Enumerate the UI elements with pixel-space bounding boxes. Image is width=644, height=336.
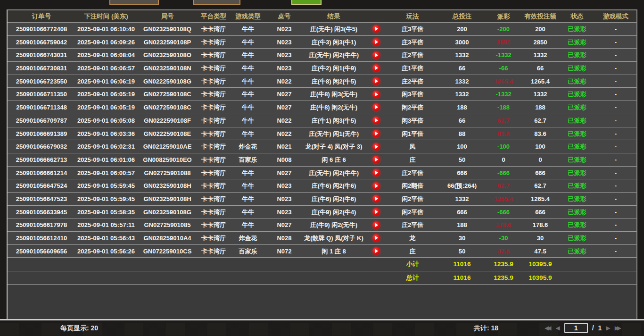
cell-valid_bet: 1332 <box>521 49 559 61</box>
table-row: 2509010667235502025-09-01 06:06:19GN0222… <box>8 75 636 88</box>
cell-status: 已派彩 <box>559 193 595 205</box>
page-number-input[interactable] <box>564 323 588 333</box>
cell-platform: 卡卡湾厅 <box>198 153 229 166</box>
cell-mode: - <box>595 101 636 114</box>
cell-round: GN0272590108C <box>137 88 198 101</box>
replay-play-icon[interactable] <box>366 75 387 88</box>
table-row: 2509010666913892025-09-01 06:03:36GN0222… <box>8 127 636 141</box>
cell-result: 庄(牛9) 闲2(牛4) <box>302 206 366 218</box>
cell-mode: - <box>595 232 636 244</box>
cell-round: GN021259010AE <box>137 140 198 153</box>
tab-stub-1[interactable] <box>109 0 159 5</box>
cell-game: 牛牛 <box>229 36 267 49</box>
cell-valid_bet: 1265.4 <box>521 193 559 205</box>
cell-order: 250901056647523 <box>8 193 75 205</box>
cell-time: 2025-09-01 06:09:26 <box>75 36 137 49</box>
cell-play: 庄3平倍 <box>387 36 438 49</box>
cell-table_no: N023 <box>267 206 302 218</box>
total-payout: 1235.9 <box>486 271 521 285</box>
cell-result: 庄(牛2) 闲1(牛9) <box>302 62 366 75</box>
cell-platform: 卡卡湾厅 <box>198 62 229 75</box>
cell-result: 庄(无牛) 闲3(牛5) <box>302 23 366 35</box>
last-page-icon[interactable]: ▶▶ <box>615 325 621 331</box>
cell-valid_bet: 100 <box>521 140 559 153</box>
cell-payout: -188 <box>486 101 521 114</box>
cell-game: 牛牛 <box>229 23 267 35</box>
replay-play-icon[interactable] <box>366 114 387 127</box>
replay-play-icon[interactable] <box>366 232 387 244</box>
col-header-play: 玩法 <box>387 10 438 22</box>
replay-play-icon[interactable] <box>366 206 387 218</box>
cell-play: 庄2平倍 <box>387 75 438 88</box>
replay-play-icon[interactable] <box>366 179 387 192</box>
cell-game: 牛牛 <box>229 88 267 101</box>
replay-play-icon[interactable] <box>366 193 387 205</box>
replay-play-icon[interactable] <box>366 127 387 140</box>
cell-table_no: N027 <box>267 167 302 179</box>
cell-game: 百家乐 <box>229 245 267 258</box>
cell-result: 庄(牛6) 闲2(牛6) <box>302 193 366 205</box>
cell-payout: 178.6 <box>486 218 521 231</box>
cell-round: GN0232590108Q <box>137 23 198 35</box>
tab-stub-active[interactable] <box>291 0 322 5</box>
col-header-game: 游戏类型 <box>229 10 267 22</box>
replay-play-icon[interactable] <box>366 153 387 166</box>
total-total-bet: 11016 <box>438 271 486 285</box>
cell-order: 250901056647524 <box>8 179 75 192</box>
page-separator: / <box>592 324 594 332</box>
replay-play-icon[interactable] <box>366 101 387 114</box>
cell-valid_bet: 62.7 <box>521 114 559 127</box>
replay-play-icon[interactable] <box>366 62 387 75</box>
cell-order: 250901066759042 <box>8 36 75 49</box>
cell-total_bet: 1332 <box>438 193 486 205</box>
cell-platform: 卡卡湾厅 <box>198 127 229 140</box>
cell-play: 庄3平倍 <box>387 23 438 35</box>
first-page-icon[interactable]: ◀◀ <box>545 325 551 331</box>
replay-play-icon[interactable] <box>366 23 387 35</box>
subtotal-valid-bet: 10395.9 <box>521 258 559 271</box>
col-header-order: 订单号 <box>8 10 75 22</box>
cell-payout: -666 <box>486 206 521 218</box>
cell-time: 2025-09-01 06:10:40 <box>75 23 137 35</box>
cell-total_bet: 50 <box>438 153 486 166</box>
cell-mode: - <box>595 75 636 88</box>
cell-play: 凤 <box>387 140 438 153</box>
cell-mode: - <box>595 179 636 192</box>
table-empty-area <box>8 285 636 319</box>
total-pages-label: 1 <box>598 324 602 332</box>
cell-total_bet: 1332 <box>438 75 486 88</box>
cell-total_bet: 188 <box>438 218 486 231</box>
cell-table_no: N027 <box>267 218 302 231</box>
cell-table_no: N072 <box>267 245 302 258</box>
replay-play-icon[interactable] <box>366 245 387 258</box>
cell-order: 250901056609656 <box>8 245 75 258</box>
replay-play-icon[interactable] <box>366 218 387 231</box>
cell-order: 250901066772408 <box>8 23 75 35</box>
cell-result: 龙(散牌 Q) 凤(对子 K) <box>302 232 366 244</box>
cell-status: 已派彩 <box>559 88 595 101</box>
cell-status: 已派彩 <box>559 218 595 231</box>
prev-page-icon[interactable]: ◀ <box>555 325 560 331</box>
cell-total_bet: 66(预:264) <box>438 179 486 192</box>
cell-table_no: N023 <box>267 36 302 49</box>
cell-table_no: N023 <box>267 179 302 192</box>
table-row: 2509010667308312025-09-01 06:06:57GN0232… <box>8 62 636 75</box>
cell-payout: -200 <box>486 23 521 35</box>
cell-order: 250901066679032 <box>8 140 75 153</box>
cell-table_no: N023 <box>267 62 302 75</box>
table-row: 2509010566124102025-09-01 05:56:43GN0282… <box>8 232 636 245</box>
replay-play-icon[interactable] <box>366 88 387 101</box>
table-row: 2509010566475242025-09-01 05:59:45GN0232… <box>8 179 636 193</box>
cell-game: 牛牛 <box>229 193 267 205</box>
cell-game: 百家乐 <box>229 153 267 166</box>
cell-valid_bet: 0 <box>521 153 559 166</box>
cell-time: 2025-09-01 05:57:11 <box>75 218 137 231</box>
replay-play-icon[interactable] <box>366 49 387 61</box>
cell-mode: - <box>595 140 636 153</box>
replay-play-icon[interactable] <box>366 167 387 179</box>
next-page-icon[interactable]: ▶ <box>606 325 610 331</box>
tab-stub-2[interactable] <box>193 0 240 5</box>
cell-result: 庄(牛8) 闲2(牛5) <box>302 75 366 88</box>
replay-play-icon[interactable] <box>366 140 387 153</box>
replay-play-icon[interactable] <box>366 36 387 49</box>
